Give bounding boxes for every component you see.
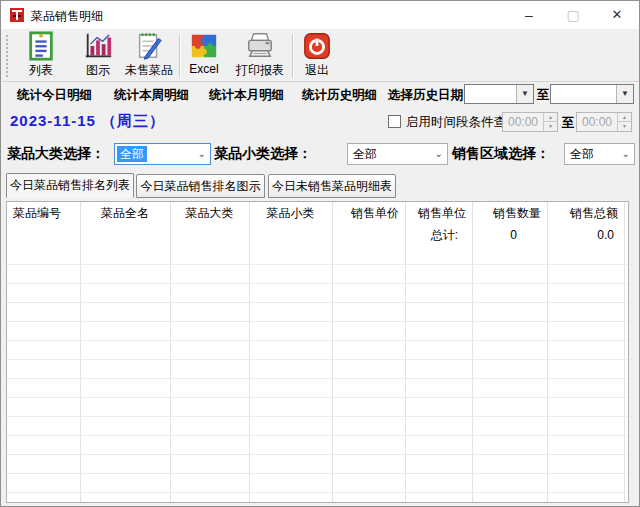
history-date-from-combo[interactable]: ▼ [464,84,534,104]
stat-week-button[interactable]: 统计本周明细 [114,87,189,104]
time-from-spinner[interactable]: 00:00 ▲▼ [502,112,558,132]
totals-quantity: 0 [472,224,547,246]
toolbar-button-chart[interactable]: 图示 [75,31,121,80]
minor-category-label: 菜品小类选择： [214,145,312,163]
chevron-down-icon: ⌄ [198,144,206,164]
tab-strip: 今日菜品销售排名列表 今日菜品销售排名图示 今日未销售菜品明细表 [2,173,639,199]
list-icon [26,31,56,61]
toolbar-button-print[interactable]: 打印报表 [231,31,289,80]
notepad-pen-icon [134,31,164,61]
toolbar-separator [179,34,181,78]
printer-icon [245,31,275,61]
tab-sales-rank-list[interactable]: 今日菜品销售排名列表 [6,173,134,198]
maximize-button[interactable]: ▢ [551,1,595,29]
stat-history-button[interactable]: 统计历史明细 [302,87,377,104]
current-date-text: 2023-11-15 （周三） [10,112,165,131]
time-to-label: 至 [562,115,575,132]
titlebar: 菜品销售明细 – ▢ ✕ [1,1,639,29]
column-header[interactable]: 销售单价 [332,202,405,224]
date-to-label: 至 [537,87,550,104]
totals-amount: 0.0 [547,224,624,246]
column-header[interactable]: 菜品全名 [80,202,170,224]
toolbar: 列表 图示 未售菜品 [2,29,639,82]
date-row: 2023-11-15 （周三） 启用时间段条件查询 00:00 ▲▼ 至 00:… [2,107,639,137]
sales-region-combo[interactable]: 全部 ⌄ [564,143,635,165]
time-to-spinner[interactable]: 00:00 ▲▼ [576,112,632,132]
dropdown-arrow-icon[interactable]: ▼ [516,85,533,103]
column-header[interactable]: 销售数量 [472,202,547,224]
column-header[interactable]: 菜品编号 [7,202,80,224]
tab-unsold-detail[interactable]: 今日未销售菜品明细表 [268,174,396,198]
time-filter-checkbox[interactable] [388,115,401,128]
table-empty-rows [7,246,628,502]
chevron-down-icon: ⌄ [435,144,443,164]
toolbar-button-label: 退出 [295,62,339,79]
sales-region-label: 销售区域选择： [452,145,550,163]
toolbar-button-label: 打印报表 [231,62,289,79]
column-header[interactable]: 销售单位 [405,202,472,224]
totals-label: 总计: [405,224,472,246]
toolbar-button-label: 列表 [18,62,64,79]
window-title: 菜品销售明细 [31,8,103,25]
major-category-label: 菜品大类选择： [7,145,105,163]
app-icon [9,7,25,23]
toolbar-button-label: Excel [182,62,226,76]
bar-chart-icon [83,31,113,61]
toolbar-button-excel[interactable]: Excel [182,31,226,80]
toolbar-button-label: 图示 [75,62,121,79]
minimize-button[interactable]: – [507,1,551,29]
spinner-arrows-icon[interactable]: ▲▼ [543,113,557,131]
close-button[interactable]: ✕ [595,1,639,29]
toolbar-separator [292,34,294,78]
dropdown-arrow-icon[interactable]: ▼ [616,85,633,103]
column-header[interactable]: 菜品小类 [249,202,332,224]
table-header-row: 菜品编号 菜品全名 菜品大类 菜品小类 销售单价 销售单位 销售数量 销售总额 [7,202,628,224]
toolbar-button-unsold[interactable]: 未售菜品 [121,31,177,80]
filter-row: 菜品大类选择： 全部 ⌄ 菜品小类选择： 全部 ⌄ 销售区域选择： 全部 ⌄ [2,139,639,171]
major-category-combo[interactable]: 全部 ⌄ [114,143,211,165]
toolbar-button-exit[interactable]: 退出 [295,31,339,80]
column-header[interactable]: 销售总额 [547,202,624,224]
tab-sales-rank-chart[interactable]: 今日菜品销售排名图示 [136,174,265,198]
minor-category-combo[interactable]: 全部 ⌄ [347,143,448,165]
excel-puzzle-icon [189,31,219,61]
table-totals-row: 总计: 0 0.0 [7,224,628,246]
toolbar-gripper[interactable] [6,35,9,77]
stat-today-button[interactable]: 统计今日明细 [17,87,92,104]
column-header[interactable]: 菜品大类 [170,202,249,224]
stats-row: 统计今日明细 统计本周明细 统计本月明细 统计历史明细 选择历史日期 ▼ 至 ▼ [2,83,639,107]
stat-month-button[interactable]: 统计本月明细 [209,87,284,104]
toolbar-button-label: 未售菜品 [121,62,177,79]
sales-table: 菜品编号 菜品全名 菜品大类 菜品小类 销售单价 销售单位 销售数量 销售总额 … [6,201,629,503]
spinner-arrows-icon[interactable]: ▲▼ [617,113,631,131]
chevron-down-icon: ⌄ [622,144,630,164]
toolbar-button-list[interactable]: 列表 [18,31,64,80]
exit-icon [302,31,332,61]
history-date-label: 选择历史日期 [388,87,463,104]
history-date-to-combo[interactable]: ▼ [550,84,634,104]
app-window: 菜品销售明细 – ▢ ✕ 列表 [0,0,640,507]
